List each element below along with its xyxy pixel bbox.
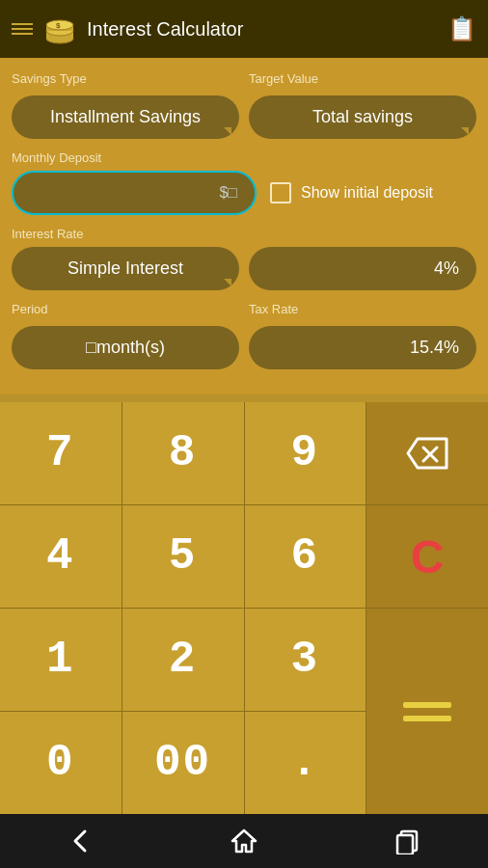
target-value-button[interactable]: Total savings <box>249 95 476 139</box>
dollar-icon: $□ <box>219 184 237 202</box>
app-icon: $ <box>42 12 77 46</box>
digit-0-label: 0 <box>46 738 75 788</box>
key-4[interactable]: 4 <box>0 505 122 608</box>
key-0[interactable]: 0 <box>0 712 122 814</box>
key-7[interactable]: 7 <box>0 402 122 504</box>
period-label: Period <box>12 302 239 316</box>
backspace-icon <box>404 435 450 472</box>
home-button[interactable] <box>221 818 267 864</box>
savings-type-row: Installment Savings Total savings <box>12 95 476 139</box>
keypad-grid: 7 8 9 4 5 6 C 1 <box>0 402 488 814</box>
digit-1-label: 1 <box>46 635 75 685</box>
target-value-label: Target Value <box>249 71 476 86</box>
keypad-area: 7 8 9 4 5 6 C 1 <box>0 394 488 814</box>
clear-icon: C <box>411 530 445 583</box>
digit-6-label: 6 <box>291 531 320 582</box>
show-initial-deposit-checkbox[interactable] <box>270 182 291 203</box>
svg-marker-9 <box>232 830 256 852</box>
home-icon <box>230 827 258 854</box>
key-3[interactable]: 3 <box>245 609 366 711</box>
tax-rate-label: Tax Rate <box>249 302 476 316</box>
recent-apps-icon <box>393 827 420 854</box>
savings-type-button[interactable]: Installment Savings <box>12 95 239 139</box>
digit-7-label: 7 <box>46 428 75 478</box>
digit-3-label: 3 <box>291 635 320 685</box>
interest-type-button[interactable]: Simple Interest <box>12 247 239 290</box>
show-initial-deposit-label: Show initial deposit <box>301 184 433 202</box>
period-input[interactable]: □month(s) <box>12 326 239 369</box>
key-dot[interactable]: . <box>245 712 366 814</box>
key-2[interactable]: 2 <box>122 609 244 711</box>
key-5[interactable]: 5 <box>122 505 244 608</box>
interest-rate-row: Simple Interest 4% <box>12 247 476 290</box>
period-tax-row: □month(s) 15.4% <box>12 326 476 369</box>
digit-00-label: 00 <box>154 738 211 788</box>
app-header: $ Interest Calculator 📋 <box>0 0 488 58</box>
key-equals[interactable] <box>366 609 488 814</box>
key-1[interactable]: 1 <box>0 609 122 711</box>
svg-rect-11 <box>397 835 413 854</box>
app-title: Interest Calculator <box>87 18 438 41</box>
savings-type-label: Savings Type <box>12 71 239 86</box>
key-8[interactable]: 8 <box>122 402 244 504</box>
digit-2-label: 2 <box>169 635 198 685</box>
key-backspace[interactable] <box>366 402 488 504</box>
key-6[interactable]: 6 <box>245 505 366 608</box>
recent-apps-button[interactable] <box>384 818 430 864</box>
tax-rate-value[interactable]: 15.4% <box>249 326 476 369</box>
back-icon <box>68 827 95 854</box>
top-labels: Savings Type Target Value <box>12 71 476 92</box>
digit-8-label: 8 <box>169 428 198 478</box>
monthly-deposit-row: $□ Show initial deposit <box>12 171 476 215</box>
equals-icon <box>403 702 451 721</box>
show-initial-container: Show initial deposit <box>266 171 476 215</box>
interest-rate-label: Interest Rate <box>12 227 476 241</box>
period-tax-labels: Period Tax Rate <box>12 302 476 322</box>
key-9[interactable]: 9 <box>245 402 366 504</box>
main-form: Savings Type Target Value Installment Sa… <box>0 58 488 394</box>
interest-rate-value[interactable]: 4% <box>249 247 476 290</box>
monthly-deposit-input[interactable]: $□ <box>12 171 257 215</box>
dot-label: . <box>291 738 320 788</box>
monthly-deposit-label: Monthly Deposit <box>12 150 476 165</box>
bottom-nav <box>0 814 488 868</box>
digit-9-label: 9 <box>291 428 320 478</box>
digit-4-label: 4 <box>46 531 75 582</box>
svg-text:$: $ <box>56 21 61 30</box>
key-00[interactable]: 00 <box>122 712 244 814</box>
digit-5-label: 5 <box>169 531 198 582</box>
key-clear[interactable]: C <box>366 505 488 608</box>
back-button[interactable] <box>58 818 104 864</box>
menu-icon[interactable] <box>12 23 33 35</box>
clipboard-icon[interactable]: 📋 <box>447 15 476 42</box>
